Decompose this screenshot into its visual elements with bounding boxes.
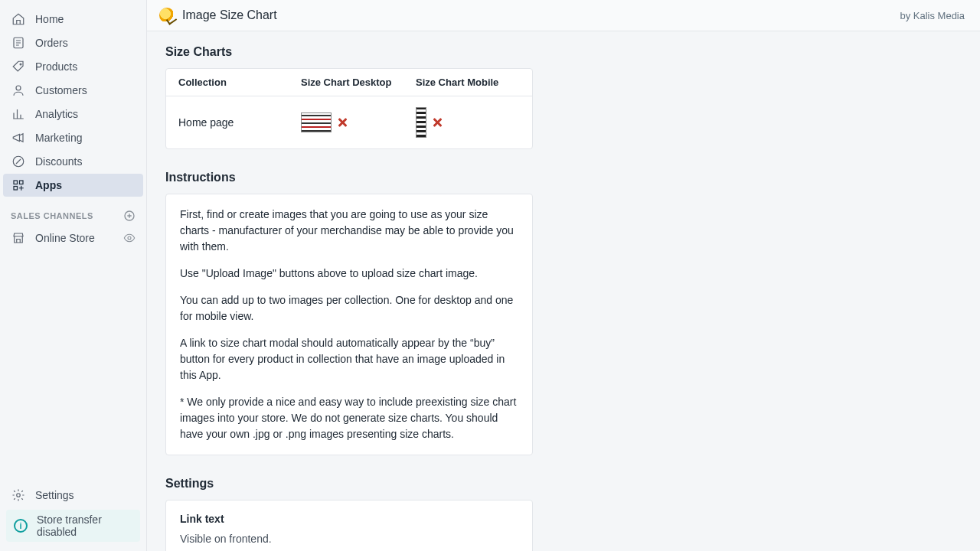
col-mobile: Size Chart Mobile — [416, 77, 523, 88]
sidebar-item-settings[interactable]: Settings — [3, 484, 143, 507]
sidebar-item-analytics[interactable]: Analytics — [3, 103, 143, 126]
sidebar-section-label: SALES CHANNELS — [11, 211, 93, 220]
sidebar-bottom: Settings i Store transfer disabled — [0, 484, 146, 551]
col-desktop: Size Chart Desktop — [301, 77, 416, 88]
sidebar-item-label: Home — [35, 13, 64, 25]
svg-point-9 — [17, 494, 21, 497]
sidebar-item-label: Store transfer disabled — [37, 514, 132, 538]
home-icon — [11, 11, 26, 27]
sidebar: Home Orders Products Customers Analytics — [0, 0, 147, 551]
sidebar-item-discounts[interactable]: Discounts — [3, 150, 143, 173]
eye-icon[interactable] — [123, 232, 136, 244]
sidebar-item-label: Marketing — [35, 132, 82, 144]
tag-icon — [11, 59, 26, 74]
cell-desktop — [301, 112, 416, 132]
instructions-heading: Instructions — [165, 171, 962, 184]
instruction-text: First, find or create images that you ar… — [180, 207, 518, 255]
sidebar-item-products[interactable]: Products — [3, 55, 143, 78]
sidebar-item-store-transfer[interactable]: i Store transfer disabled — [6, 510, 140, 542]
sidebar-item-marketing[interactable]: Marketing — [3, 126, 143, 149]
instruction-text: * We only provide a nice and easy way to… — [180, 394, 518, 442]
store-icon — [11, 230, 26, 246]
sidebar-item-orders[interactable]: Orders — [3, 31, 143, 54]
nav-channels: Online Store — [0, 227, 146, 250]
apps-icon — [11, 178, 26, 193]
person-icon — [11, 83, 26, 98]
cell-mobile — [416, 107, 523, 138]
info-icon: i — [14, 519, 28, 533]
col-collection: Collection — [178, 77, 301, 88]
sidebar-item-label: Analytics — [35, 108, 78, 120]
sidebar-item-customers[interactable]: Customers — [3, 79, 143, 102]
sidebar-item-online-store[interactable]: Online Store — [3, 227, 143, 249]
sidebar-item-label: Orders — [35, 37, 68, 49]
sidebar-item-label: Discounts — [35, 155, 82, 168]
sidebar-item-label: Online Store — [35, 232, 95, 244]
sidebar-item-label: Products — [35, 60, 77, 73]
svg-rect-5 — [20, 181, 24, 184]
desktop-chart-thumb[interactable] — [301, 112, 332, 132]
size-charts-heading: Size Charts — [165, 45, 962, 59]
byline: by Kalis Media — [900, 10, 965, 21]
sidebar-item-label: Customers — [35, 84, 87, 96]
page-title: Image Size Chart — [182, 8, 277, 22]
svg-point-2 — [16, 86, 21, 90]
svg-point-1 — [20, 64, 21, 65]
svg-rect-6 — [14, 187, 18, 191]
topbar: Image Size Chart by Kalis Media — [147, 0, 980, 31]
instruction-text: You can add up to two images per collect… — [180, 292, 518, 324]
remove-desktop-icon[interactable] — [336, 116, 348, 129]
mobile-chart-thumb[interactable] — [416, 107, 426, 138]
nav-primary: Home Orders Products Customers Analytics — [0, 8, 146, 197]
app-logo-icon — [159, 8, 175, 23]
link-text-label: Link text — [180, 513, 518, 525]
svg-rect-4 — [14, 181, 18, 184]
sidebar-section-header: SALES CHANNELS — [0, 197, 146, 227]
gear-icon — [11, 487, 26, 503]
settings-heading: Settings — [165, 477, 962, 491]
add-channel-icon[interactable] — [123, 210, 136, 222]
sidebar-item-label: Apps — [35, 179, 62, 191]
sidebar-item-label: Settings — [35, 489, 74, 501]
instruction-text: Use "Upload Image" buttons above to uplo… — [180, 266, 518, 282]
instructions-card: First, find or create images that you ar… — [165, 194, 533, 455]
table-row: Home page — [166, 96, 532, 148]
size-charts-card: Collection Size Chart Desktop Size Chart… — [165, 68, 533, 149]
main: Image Size Chart by Kalis Media Size Cha… — [147, 0, 980, 551]
table-header: Collection Size Chart Desktop Size Chart… — [166, 69, 532, 96]
link-text-help: Visible on frontend. — [180, 533, 518, 545]
analytics-icon — [11, 106, 26, 122]
content-scroll[interactable]: Size Charts Collection Size Chart Deskto… — [147, 31, 980, 551]
discount-icon — [11, 154, 26, 169]
svg-point-8 — [128, 236, 131, 240]
megaphone-icon — [11, 130, 26, 145]
remove-mobile-icon[interactable] — [431, 116, 443, 129]
sidebar-item-home[interactable]: Home — [3, 8, 143, 31]
cell-collection: Home page — [178, 116, 301, 129]
instruction-text: A link to size chart modal should automa… — [180, 335, 518, 383]
sidebar-item-apps[interactable]: Apps — [3, 174, 143, 197]
orders-icon — [11, 35, 26, 51]
settings-card: Link text Visible on frontend. Save — [165, 500, 533, 551]
